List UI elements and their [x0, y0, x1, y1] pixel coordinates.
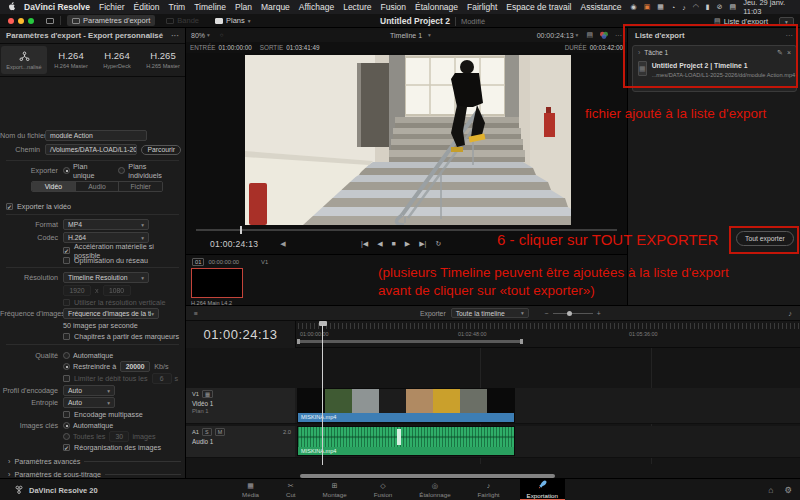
- framerate-dropdown[interactable]: Fréquence d'images de la tim▾: [63, 308, 159, 319]
- quality-auto-radio[interactable]: [63, 352, 70, 359]
- audio-clip[interactable]: MISKINA.mp4: [297, 426, 515, 456]
- timeline-ruler[interactable]: 01:00:00:00 01:02:48:00 01:05:36:00: [296, 321, 800, 348]
- home-icon[interactable]: ⌂: [768, 485, 773, 495]
- menu-plan[interactable]: Plan: [235, 2, 252, 12]
- entropy-dropdown[interactable]: Auto▾: [63, 397, 115, 408]
- menu-assistance[interactable]: Assistance: [580, 2, 621, 12]
- individual-clips-radio[interactable]: [118, 167, 125, 174]
- browse-button[interactable]: Parcourir: [141, 145, 181, 155]
- tab-audio[interactable]: Audio: [76, 182, 120, 191]
- capture-app-icon[interactable]: ▣: [644, 3, 651, 11]
- audio-track-lane[interactable]: MISKINA.mp4: [295, 426, 800, 458]
- resolution-width-input[interactable]: 1920: [63, 285, 91, 296]
- resolution-height-input[interactable]: 1080: [103, 285, 131, 296]
- preset-custom-export[interactable]: Export...nalisé: [1, 46, 47, 74]
- encoding-profile-dropdown[interactable]: Auto▾: [63, 385, 115, 396]
- format-dropdown[interactable]: MP4▾: [63, 219, 149, 230]
- keyframes-auto-radio[interactable]: [63, 422, 70, 429]
- bypass-icon[interactable]: ○: [220, 32, 224, 38]
- timeline-zoom-slider[interactable]: − +: [545, 310, 601, 317]
- page-exportation[interactable]: Exportation: [520, 479, 565, 500]
- page-fairlight[interactable]: ♪ Fairlight: [471, 479, 507, 500]
- solo-button[interactable]: S: [202, 428, 212, 436]
- viewer-zoom-value[interactable]: 80%: [191, 32, 205, 39]
- loop-button[interactable]: ↻: [435, 240, 441, 248]
- menu-marque[interactable]: Marque: [261, 2, 290, 12]
- menu-fusion[interactable]: Fusion: [381, 2, 407, 12]
- advanced-settings-section[interactable]: › Paramètres avancés: [8, 456, 181, 467]
- quality-restrict-radio[interactable]: [63, 363, 70, 370]
- keyframes-every-radio[interactable]: [63, 433, 70, 440]
- menu-espace-travail[interactable]: Espace de travail: [506, 2, 571, 12]
- stop-button[interactable]: ■: [392, 240, 396, 248]
- tab-video[interactable]: Vidéo: [32, 182, 76, 191]
- close-window-button[interactable]: [8, 18, 14, 24]
- single-clip-radio[interactable]: [63, 167, 70, 174]
- hw-accel-checkbox[interactable]: ✓: [63, 247, 70, 254]
- zoom-slider-handle[interactable]: [567, 311, 572, 316]
- panel-menu-icon[interactable]: ···: [171, 31, 179, 40]
- reorder-checkbox[interactable]: ✓: [63, 444, 70, 451]
- save-still-icon[interactable]: ▤: [586, 31, 593, 39]
- menu-app-name[interactable]: DaVinci Resolve: [24, 2, 90, 12]
- export-settings-button[interactable]: Paramètres d'export: [67, 15, 155, 26]
- network-opt-checkbox[interactable]: [63, 257, 70, 264]
- maximize-window-button[interactable]: [28, 18, 34, 24]
- page-montage[interactable]: ⊞ Montage: [316, 479, 354, 500]
- preset-h264-master[interactable]: H.264 H.264 Master: [48, 44, 94, 76]
- time-machine-icon[interactable]: ◔: [671, 4, 675, 11]
- limit-rate-checkbox[interactable]: [63, 375, 70, 382]
- viewer-timeline-select[interactable]: Timeline 1: [390, 32, 422, 39]
- minimize-window-button[interactable]: [18, 18, 24, 24]
- audio-track-header[interactable]: A1 S M 2.0 Audio 1: [186, 426, 295, 458]
- menu-affichage[interactable]: Affichage: [299, 2, 334, 12]
- go-to-end-button[interactable]: ▶|: [419, 240, 426, 248]
- filename-input[interactable]: module Action: [45, 130, 147, 141]
- clip-thumbnail[interactable]: [191, 268, 243, 298]
- tape-button[interactable]: Bande: [161, 15, 204, 26]
- menu-trim[interactable]: Trim: [169, 2, 186, 12]
- mute-button[interactable]: M: [215, 428, 226, 436]
- clean-feed-icon[interactable]: [46, 18, 54, 24]
- apple-icon[interactable]: [8, 2, 16, 13]
- menu-fichier[interactable]: Fichier: [99, 2, 125, 12]
- project-settings-icon[interactable]: ⚙: [784, 485, 792, 495]
- multipass-checkbox[interactable]: [63, 411, 70, 418]
- viewer-scrub-playhead[interactable]: [240, 226, 242, 234]
- path-input[interactable]: /Volumes/DATA-LOAD/L1-2025-2026/dd: [45, 144, 137, 155]
- page-etalonnage[interactable]: ◎ Étalonnage: [412, 479, 457, 500]
- timeline-options-icon[interactable]: ≡: [194, 310, 198, 317]
- color-wheels-icon[interactable]: [599, 31, 609, 39]
- video-clip[interactable]: MISKINA.mp4: [297, 388, 515, 423]
- limit-rate-input[interactable]: 6: [152, 373, 172, 384]
- preset-h265-master[interactable]: H.265 H.265 Master: [140, 44, 186, 76]
- preset-hyperdeck[interactable]: H.264 HyperDeck: [94, 44, 140, 76]
- page-cut[interactable]: ✂ Cut: [279, 479, 303, 500]
- page-fusion[interactable]: ◇ Fusion: [367, 479, 400, 500]
- playhead-timecode[interactable]: 01:00:24:13: [210, 239, 258, 249]
- video-track-lane[interactable]: MISKINA.mp4: [295, 388, 800, 424]
- menu-edition[interactable]: Édition: [134, 2, 160, 12]
- displays-icon[interactable]: ▦: [657, 3, 664, 11]
- battery-icon[interactable]: ▮: [706, 3, 710, 11]
- play-button[interactable]: ▶: [405, 240, 410, 248]
- menu-timeline[interactable]: Timeline: [194, 2, 226, 12]
- vertical-res-checkbox[interactable]: [63, 299, 70, 306]
- tab-file[interactable]: Fichier: [119, 182, 162, 191]
- control-center-icon[interactable]: ▤: [730, 3, 737, 11]
- viewer-timecode[interactable]: 00:00:24:13: [537, 32, 574, 39]
- clips-button[interactable]: Plans ▾: [210, 15, 256, 26]
- spotlight-icon[interactable]: ⊘: [717, 3, 723, 11]
- audio-muted-icon[interactable]: ♪: [682, 4, 686, 11]
- menu-etalonnage[interactable]: Étalonnage: [415, 2, 458, 12]
- video-track-header[interactable]: V1 ▦ Vidéo 1 Plan 1: [186, 388, 295, 424]
- timeline-playhead-timecode[interactable]: 01:00:24:13: [186, 321, 296, 348]
- audio-track-icon[interactable]: ♪: [788, 309, 792, 318]
- menu-fairlight[interactable]: Fairlight: [467, 2, 497, 12]
- resolution-dropdown[interactable]: Timeline Resolution▾: [63, 272, 149, 283]
- keyframes-input[interactable]: 30: [109, 431, 129, 442]
- go-to-start-button[interactable]: |◀: [361, 240, 368, 248]
- step-back-button[interactable]: ◀: [377, 240, 382, 248]
- record-icon[interactable]: ◉: [631, 3, 637, 11]
- export-video-checkbox[interactable]: ✓: [6, 203, 13, 210]
